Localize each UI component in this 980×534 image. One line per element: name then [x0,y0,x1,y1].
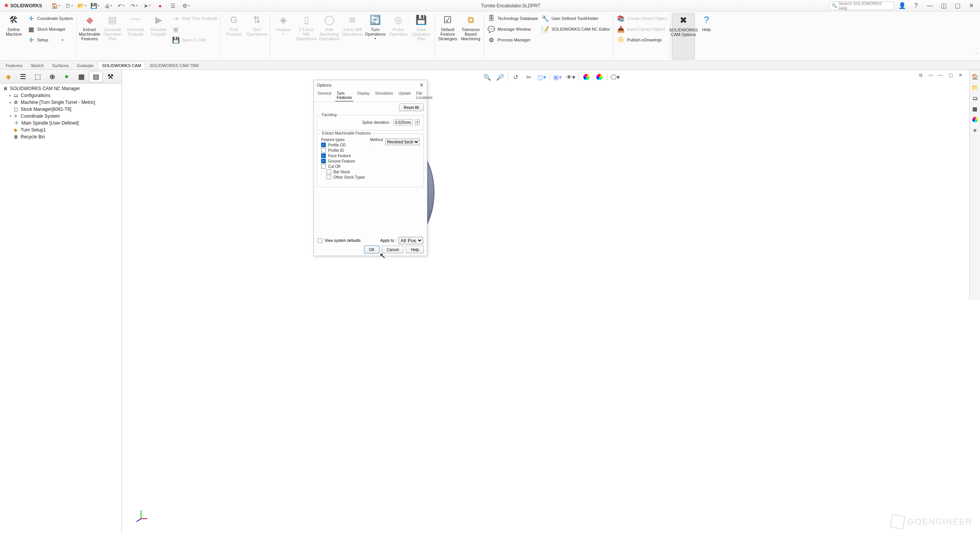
undo-icon[interactable]: ↶▾ [115,1,127,11]
coordinate-system-button[interactable]: ✛Coordinate System [25,13,75,24]
view-settings-icon[interactable]: 🖵▾ [610,72,621,82]
help-icon[interactable]: ? [910,1,922,11]
graphics-area[interactable]: 🔍 🔎 ↺ ✂ ◫▾ ▣▾ 👁▾ 🖵▾ [122,70,980,534]
doc-link-icon[interactable]: ⧉ [916,71,925,79]
tree-coord-sys[interactable]: ▾✛Coordinate System [2,113,120,120]
tp-custom-props-icon[interactable]: ≡ [970,126,980,135]
dialog-titlebar[interactable]: Options ✕ [314,80,427,90]
hide-show-icon[interactable]: 👁▾ [565,72,576,82]
maximize-icon[interactable]: ▢ [952,1,963,11]
zoom-fit-icon[interactable]: 🔍 [482,72,492,82]
tolerance-based-machining-button[interactable]: ⧉Tolerance Based Machining [459,13,482,59]
process-manager-button[interactable]: ⚙Process Manager [486,35,532,45]
tab-evaluate[interactable]: Evaluate [73,61,98,69]
dimxpert-tab-icon[interactable]: ⊕ [45,71,59,82]
nc-editor-button[interactable]: 📝SOLIDWORKS CAM NC Editor [540,24,612,35]
dlg-tab-update[interactable]: Update [397,90,412,102]
new-icon[interactable]: 🗋▾ [63,1,75,11]
settings-gear-icon[interactable]: ⚙▾ [180,1,192,11]
profile-od-checkbox[interactable]: ✓ [321,143,326,147]
technology-database-button[interactable]: 🗄Technology Database [486,13,540,24]
doc-cascade-icon[interactable]: ▭ [926,71,935,79]
message-window-button[interactable]: 💬Message Window [486,24,532,35]
doc-minimize-icon[interactable]: — [936,71,945,79]
turn-operations-button[interactable]: 🔄Turn Operations▾ [364,13,387,59]
face-feature-checkbox[interactable]: ✓ [321,153,326,158]
cutoff-checkbox[interactable] [321,164,326,169]
cancel-button[interactable]: Cancel [382,246,404,253]
scene-icon[interactable] [594,72,605,82]
tp-home-icon[interactable]: 🏠 [970,72,980,81]
tab-features[interactable]: Features [2,61,26,69]
home-icon[interactable]: 🏠▾ [50,1,62,11]
dlg-tab-file-locations[interactable]: File Locations [415,90,434,102]
profile-id-checkbox[interactable] [321,148,326,153]
zoom-area-icon[interactable]: 🔎 [495,72,506,82]
display-mgr-tab-icon[interactable]: ● [60,71,74,82]
tree-main-spindle[interactable]: ✛Main Spindle [User Defined] [2,120,120,127]
tab-solidworks-cam-tbm[interactable]: SOLIDWORKS CAM TBM [145,61,203,69]
cam-operation-tab-icon[interactable]: ▤ [89,71,103,82]
options-icon[interactable]: ☰ [167,1,179,11]
minimize-icon[interactable]: — [924,1,936,11]
dialog-close-icon[interactable]: ✕ [419,82,424,88]
tp-view-palette-icon[interactable]: ▦ [970,104,980,113]
other-stock-checkbox[interactable] [327,175,331,179]
tree-stock-manager[interactable]: ▢Stock Manager[6061-T6] [2,106,120,113]
select-icon[interactable]: ➤▾ [141,1,153,11]
user-tool-holder-button[interactable]: 🔧User Defined Tool/Holder [540,13,600,24]
spline-deviation-input[interactable] [394,119,413,125]
config-mgr-tab-icon[interactable]: ⬚ [31,71,44,82]
tab-sketch[interactable]: Sketch [26,61,48,69]
dlg-tab-simulation[interactable]: Simulation [374,90,395,102]
cam-feature-tab-icon[interactable]: ▦ [74,71,88,82]
ok-button[interactable]: OK [364,246,379,253]
extract-machinable-features-button[interactable]: ◆Extract Machinable Features [78,13,101,59]
tab-surfaces[interactable]: Surfaces [48,61,73,69]
stock-manager-button[interactable]: ▦Stock Manager [25,24,67,35]
tree-turn-setup[interactable]: ◆Turn Setup1 [2,127,120,133]
setup-button[interactable]: ✛Setup▾ [25,35,65,45]
view-system-defaults-checkbox[interactable] [318,238,322,243]
dlg-tab-display[interactable]: Display [356,90,371,102]
close-icon[interactable]: ✕ [965,1,977,11]
reset-all-button[interactable]: Reset All [399,104,424,111]
expand-icon[interactable]: ▸ [8,94,12,97]
dlg-tab-general[interactable]: General [316,90,333,102]
publish-edrawings-button[interactable]: ⓔPublish eDrawings [615,35,663,45]
default-feature-strategies-button[interactable]: ☑Default Feature Strategies [436,13,459,59]
cam-tools-tab-icon[interactable]: ⚒ [103,71,117,82]
apply-to-select[interactable]: All Possible [399,237,423,244]
tree-root[interactable]: 🖥SOLIDWORKS CAM NC Manager [2,85,120,92]
property-mgr-tab-icon[interactable]: ☰ [16,71,30,82]
login-icon[interactable]: 👤 [896,1,908,11]
print-icon[interactable]: 🖨▾ [102,1,114,11]
rebuild-icon[interactable]: ● [154,1,166,11]
help-search-input[interactable]: 🔍 Search SOLIDWORKS Help [829,2,894,10]
method-select[interactable]: Revolved Section [385,138,420,145]
tp-file-explorer-icon[interactable]: 🗂 [970,94,980,103]
tp-design-lib-icon[interactable]: 📁 [970,83,980,92]
dlg-tab-turn-features[interactable]: Turn Features [335,90,353,102]
ribbon-help-button[interactable]: ?Help [695,13,718,59]
section-view-icon[interactable]: ✂ [524,72,534,82]
view-orient-icon[interactable]: ◫▾ [537,72,547,82]
tree-recycle-bin[interactable]: 🗑Recycle Bin [2,133,120,140]
tree-configurations[interactable]: ▸🗂Configurations [2,92,120,99]
bar-stock-checkbox[interactable] [327,169,331,174]
expand-icon[interactable]: ▸ [8,100,12,104]
save-icon[interactable]: 💾▾ [89,1,101,11]
tab-solidworks-cam[interactable]: SOLIDWORKS CAM [98,61,145,69]
prev-view-icon[interactable]: ↺ [511,72,521,82]
open-icon[interactable]: 📂▾ [76,1,88,11]
doc-maximize-icon[interactable]: ▢ [946,71,955,79]
ribbon-collapse-icon[interactable]: ˆ [975,53,977,58]
tree-machine[interactable]: ▸⚙Machine [Turn Single Turret - Metric] [2,99,120,106]
cam-options-button[interactable]: ✖SOLIDWORKS CAM Options [672,13,695,59]
orientation-triad[interactable] [133,507,149,522]
display-style-icon[interactable]: ▣▾ [552,72,563,82]
groove-feature-checkbox[interactable]: ✓ [321,159,326,163]
define-machine-button[interactable]: 🛠Define Machine [2,13,25,37]
restore-down-icon[interactable]: ◫ [938,1,949,11]
spline-deviation-spinner[interactable]: ▲▼ [415,119,420,125]
